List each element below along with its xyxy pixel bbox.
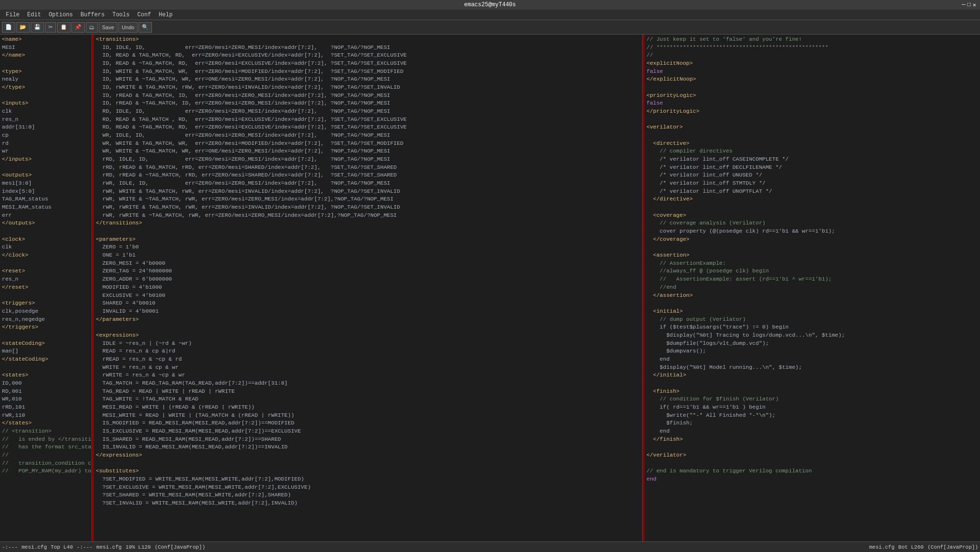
status-position-left: Top L40	[51, 544, 73, 550]
left-panel-line: err	[2, 211, 90, 220]
middle-panel-line: rWR, rWRITE & ~TAG_MATCH, rWR, err=ZERO/…	[96, 211, 640, 220]
right-panel-line: $finish;	[646, 419, 978, 427]
right-panel-line: /* verilator lint_off DECLFILENAME */	[646, 164, 978, 172]
right-panel-line: cover property (@(posedge clk) rd==1'b1 …	[646, 227, 978, 235]
left-panel-line: index[5:0]	[2, 188, 90, 196]
middle-panel-line: ID, rREAD & ~TAG_MATCH, ID, err=ZERO/mes…	[96, 99, 640, 107]
left-panel-line: <stateCoding>	[2, 340, 90, 348]
left-panel-line: res_n,negedge	[2, 316, 90, 324]
toolbar-paste2[interactable]: 🗂	[86, 22, 98, 33]
middle-panel-line: <expressions>	[96, 331, 640, 340]
undo-button[interactable]: Undo	[118, 22, 138, 33]
right-panel-line: </initial>	[646, 371, 978, 379]
middle-panel-line: ZERO_TAG = 24'h000000	[96, 267, 640, 275]
middle-panel-line	[96, 459, 640, 468]
left-panel-line: man[]	[2, 347, 90, 355]
middle-panel-line: WRITE = res_n & cp & wr	[96, 364, 640, 372]
left-panel-line: addr[31:0]	[2, 123, 90, 131]
toolbar-paste[interactable]: 📌	[71, 22, 85, 33]
middle-panel-line: ID, WRITE & TAG_MATCH, WR, err=ZERO/mesi…	[96, 68, 640, 76]
left-panel-line: <reset>	[2, 267, 90, 275]
toolbar-open-file[interactable]: 📂	[16, 22, 30, 33]
right-panel-line: <priorityLogic>	[646, 92, 978, 100]
middle-panel-line: ?SET_INVALID = WRITE_MESI_RAM(MESI_WRITE…	[96, 499, 640, 507]
right-panel-line: <explicitNoop>	[646, 59, 978, 68]
right-panel-line: // compiler directives	[646, 147, 978, 155]
middle-panel-line: ?SET_SHARED = WRITE_MESI_RAM(MESI_WRITE,…	[96, 491, 640, 499]
right-panel-line: /* verilator lint_off UNOPTFLAT */	[646, 188, 978, 196]
status-percent: 19% L129	[126, 544, 151, 550]
middle-panel-line: ONE = 1'b1	[96, 251, 640, 259]
toolbar-cut[interactable]: ✂	[45, 22, 56, 33]
right-panel-line: if( rd==1'b1 && wr==1'b1 ) begin	[646, 403, 978, 411]
middle-panel-line: WR, IDLE, ID, err=ZERO/mesi=ZERO_MESI/in…	[96, 131, 640, 140]
left-panel-line: TAG_RAM_status	[2, 195, 90, 203]
left-panel-line: rWR,110	[2, 411, 90, 420]
middle-panel-line: ?SET_MODIFIED = WRITE_MESI_RAM(MESI_WRIT…	[96, 475, 640, 483]
left-panel-line: </type>	[2, 83, 90, 92]
status-filename2: mesi.cfg	[869, 544, 895, 550]
middle-panel-line: EXCLUSIVE = 4'b0100	[96, 292, 640, 300]
left-panel-line: <clock>	[2, 235, 90, 244]
right-panel-line: $write("*-* All Finished *-*\n");	[646, 411, 978, 420]
menu-edit[interactable]: Edit	[23, 11, 45, 19]
right-panel-line: </finish>	[646, 435, 978, 444]
right-panel-line: </directive>	[646, 195, 978, 203]
right-panel-line	[646, 243, 978, 251]
search-button[interactable]: 🔍	[138, 22, 152, 33]
menu-tools[interactable]: Tools	[108, 11, 133, 19]
right-panel-line: false	[646, 99, 978, 107]
middle-panel-line: WR, WRITE & TAG_MATCH, WR, err=ZERO/mesi…	[96, 140, 640, 148]
left-panel-line: nealy	[2, 75, 90, 83]
left-panel-line: clk	[2, 107, 90, 116]
window-controls[interactable]: ─ □ ✕	[962, 1, 976, 9]
main-content: <name>MESI</name> <type>nealy</type> <in…	[0, 35, 980, 541]
left-panel-line: <triggers>	[2, 299, 90, 307]
right-panel-line: end	[646, 475, 978, 483]
close-button[interactable]: ✕	[973, 1, 976, 9]
middle-panel-line: INVALID = 4'b0001	[96, 307, 640, 316]
minimize-button[interactable]: ─	[962, 1, 965, 9]
left-panel-line: mesi[3:0]	[2, 179, 90, 188]
middle-panel-line: READ = res_n & cp &|rd	[96, 347, 640, 355]
middle-panel-line: ZERO_ADDR = 6'b000000	[96, 275, 640, 283]
menu-conf[interactable]: Conf	[133, 11, 155, 19]
middle-panel-line: <substitutes>	[96, 467, 640, 475]
middle-panel-line: ID, rWRITE & TAG_MATCH, rRW, err=ZERO/me…	[96, 83, 640, 92]
left-panel-line: WR,010	[2, 395, 90, 403]
middle-panel-line: rRD, rREAD & TAG_MATCH, rRD, err=ZERO/me…	[96, 164, 640, 172]
maximize-button[interactable]: □	[968, 1, 971, 9]
right-panel-line: // dump output (Verilator)	[646, 316, 978, 324]
middle-panel: <transitions> ID, IDLE, ID, err=ZERO/mes…	[94, 35, 643, 541]
right-panel-line: end	[646, 355, 978, 364]
left-panel-line: </outputs>	[2, 219, 90, 227]
middle-panel-line: ID, WRITE & ~TAG_MATCH, WR, err=ONE/mesi…	[96, 75, 640, 83]
left-panel-line: cp	[2, 131, 90, 140]
menu-file[interactable]: File	[2, 11, 23, 19]
left-panel-line: RD,001	[2, 388, 90, 396]
left-panel-line	[2, 331, 90, 340]
menu-buffers[interactable]: Buffers	[77, 11, 108, 19]
middle-panel-line: IDLE = ~res_n | (~rd & ~wr)	[96, 340, 640, 348]
left-panel-line: res_n	[2, 275, 90, 283]
left-panel-line: // POP_MY_RAM(my_addr) to>	[2, 467, 90, 475]
save-button[interactable]: Save	[99, 22, 117, 33]
right-panel-line	[646, 203, 978, 211]
middle-panel-line: rWR, rWRITE & TAG_MATCH, rWR, err=ZERO/m…	[96, 203, 640, 211]
left-panel-line: // transition_condition c>	[2, 459, 90, 468]
menu-help[interactable]: Help	[155, 11, 176, 19]
right-panel-line	[646, 379, 978, 388]
right-panel-line: //always_ff @ (posedge clk) begin	[646, 267, 978, 275]
middle-panel-line: ID, rREAD & TAG_MATCH, ID, err=ZERO/mesi…	[96, 92, 640, 100]
status-mode2: (Conf[JavaProp])	[927, 544, 978, 550]
middle-panel-line: </transitions>	[96, 219, 640, 227]
right-panel-line: <assertion>	[646, 251, 978, 259]
middle-panel-line: WR, WRITE & ~TAG_MATCH, WR, err=ONE/mesi…	[96, 147, 640, 155]
toolbar-copy[interactable]: 📋	[57, 22, 70, 33]
menu-options[interactable]: Options	[45, 11, 77, 19]
toolbar-new-file[interactable]: 📄	[2, 22, 15, 33]
middle-panel-line: rREAD = res_n & ~cp & rd	[96, 355, 640, 364]
middle-panel-line: rRD, rREAD & ~TAG_MATCH, rRD, err=ZERO/m…	[96, 171, 640, 179]
toolbar-save-file[interactable]: 💾	[31, 22, 44, 33]
status-right: mesi.cfg Bot L260 (Conf[JavaProp])	[869, 544, 978, 550]
